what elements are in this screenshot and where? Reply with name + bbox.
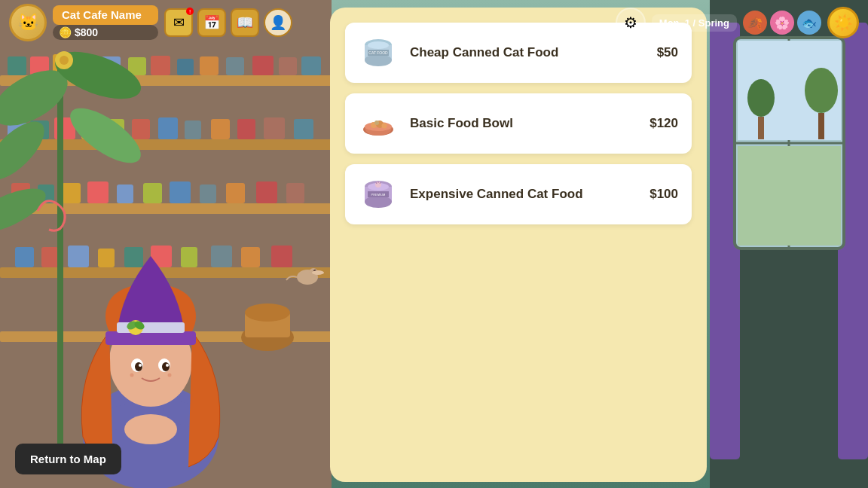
svg-rect-35 xyxy=(87,181,108,203)
svg-point-67 xyxy=(245,303,290,322)
svg-rect-44 xyxy=(41,247,58,267)
svg-rect-19 xyxy=(301,56,321,75)
cat-avatar: 🐱 xyxy=(9,4,47,41)
svg-rect-96 xyxy=(758,117,764,139)
cafe-name-box: Cat Cafe Name xyxy=(53,5,158,25)
season-icons: 🍂 🌸 🐟 xyxy=(743,11,821,35)
svg-point-64 xyxy=(312,270,324,275)
book-icon: 📖 xyxy=(237,14,253,31)
svg-point-80 xyxy=(168,374,172,377)
svg-rect-98 xyxy=(818,113,824,139)
calendar-icon: 📅 xyxy=(203,14,220,31)
svg-rect-50 xyxy=(211,246,232,267)
svg-rect-25 xyxy=(132,119,150,139)
svg-point-76 xyxy=(162,362,170,371)
svg-rect-3 xyxy=(0,139,332,150)
cafe-name: Cat Cafe Name xyxy=(62,8,142,21)
profile-icon: 👤 xyxy=(270,14,286,31)
item-name-1: Cheap Canned Cat Food xyxy=(410,45,645,60)
svg-rect-49 xyxy=(181,247,197,267)
svg-rect-42 xyxy=(286,183,304,203)
notification-badge: ! xyxy=(186,8,194,15)
hud-icons: ✉ ! 📅 📖 👤 xyxy=(164,8,292,37)
shop-item-3[interactable]: PREMIUM Expensive Canned Cat Food $100 xyxy=(345,164,692,224)
svg-rect-36 xyxy=(117,185,133,203)
profile-button[interactable]: 👤 xyxy=(264,8,292,37)
svg-rect-4 xyxy=(0,203,332,214)
svg-rect-47 xyxy=(124,247,143,267)
svg-point-110 xyxy=(374,120,379,125)
money-bar: 🪙 $800 xyxy=(53,25,158,40)
svg-rect-5 xyxy=(0,267,332,278)
svg-rect-17 xyxy=(252,56,274,75)
leaf-season-icon: 🍂 xyxy=(743,11,767,35)
svg-point-97 xyxy=(805,68,838,113)
svg-point-77 xyxy=(139,364,142,367)
svg-rect-14 xyxy=(177,59,194,75)
svg-rect-46 xyxy=(98,249,115,267)
svg-rect-38 xyxy=(170,181,191,203)
svg-point-78 xyxy=(166,364,169,367)
svg-rect-41 xyxy=(256,181,277,203)
svg-text:PREMIUM: PREMIUM xyxy=(371,193,386,197)
svg-rect-34 xyxy=(62,183,81,203)
svg-rect-37 xyxy=(143,183,162,203)
svg-point-113 xyxy=(365,196,392,208)
svg-rect-43 xyxy=(15,247,34,267)
item-price-1: $50 xyxy=(657,45,678,60)
date-display: Mon. 1 / Spring xyxy=(652,14,737,32)
svg-rect-45 xyxy=(68,246,89,267)
svg-point-75 xyxy=(135,362,142,371)
svg-rect-15 xyxy=(200,56,219,75)
svg-rect-30 xyxy=(264,117,285,139)
flower-season-icon: 🌸 xyxy=(770,11,794,35)
item-icon-3: PREMIUM xyxy=(359,175,398,214)
svg-rect-7 xyxy=(8,56,26,75)
svg-rect-94 xyxy=(738,146,841,246)
svg-rect-52 xyxy=(271,246,292,267)
svg-rect-31 xyxy=(294,119,313,139)
top-hud: 🐱 Cat Cafe Name 🪙 $800 ✉ ! 📅 📖 xyxy=(0,0,868,45)
shop-panel: CAT FOOD Cheap Canned Cat Food $50 Basic… xyxy=(330,8,707,482)
item-name-2: Basic Food Bowl xyxy=(410,116,637,131)
svg-rect-27 xyxy=(185,120,201,139)
hud-right: ⚙ Mon. 1 / Spring 🍂 🌸 🐟 ☀️ xyxy=(616,7,859,38)
svg-rect-28 xyxy=(211,119,230,139)
return-to-map-button[interactable]: Return to Map xyxy=(15,444,121,474)
svg-rect-82 xyxy=(117,322,185,333)
mail-button[interactable]: ✉ ! xyxy=(164,8,193,37)
svg-point-60 xyxy=(60,56,69,65)
svg-rect-81 xyxy=(105,331,196,345)
svg-rect-18 xyxy=(279,57,297,75)
svg-rect-29 xyxy=(237,119,255,139)
svg-rect-16 xyxy=(226,57,244,75)
svg-rect-26 xyxy=(158,117,178,139)
svg-rect-13 xyxy=(151,56,170,75)
svg-point-71 xyxy=(124,414,177,444)
coin-icon: 🪙 xyxy=(59,26,72,38)
svg-rect-40 xyxy=(226,183,245,203)
settings-icon: ⚙ xyxy=(624,14,637,32)
shop-item-2[interactable]: Basic Food Bowl $120 xyxy=(345,93,692,154)
book-button[interactable]: 📖 xyxy=(231,8,259,37)
item-name-3: Expensive Canned Cat Food xyxy=(410,187,637,202)
svg-rect-39 xyxy=(200,185,216,203)
svg-point-109 xyxy=(382,124,387,129)
svg-point-101 xyxy=(365,54,392,66)
sun-icon: ☀️ xyxy=(827,7,859,38)
svg-point-79 xyxy=(130,374,134,377)
item-price-2: $120 xyxy=(649,116,678,131)
item-icon-2 xyxy=(359,104,398,143)
item-price-3: $100 xyxy=(649,187,678,202)
settings-button[interactable]: ⚙ xyxy=(616,8,646,38)
calendar-button[interactable]: 📅 xyxy=(197,8,226,37)
hud-left: 🐱 Cat Cafe Name 🪙 $800 ✉ ! 📅 📖 xyxy=(9,4,292,41)
svg-point-95 xyxy=(747,79,775,117)
mail-icon: ✉ xyxy=(173,14,185,31)
fish-season-icon: 🐟 xyxy=(797,11,821,35)
money-amount: $800 xyxy=(75,26,98,38)
svg-text:CAT FOOD: CAT FOOD xyxy=(368,50,388,55)
svg-rect-51 xyxy=(241,247,260,267)
